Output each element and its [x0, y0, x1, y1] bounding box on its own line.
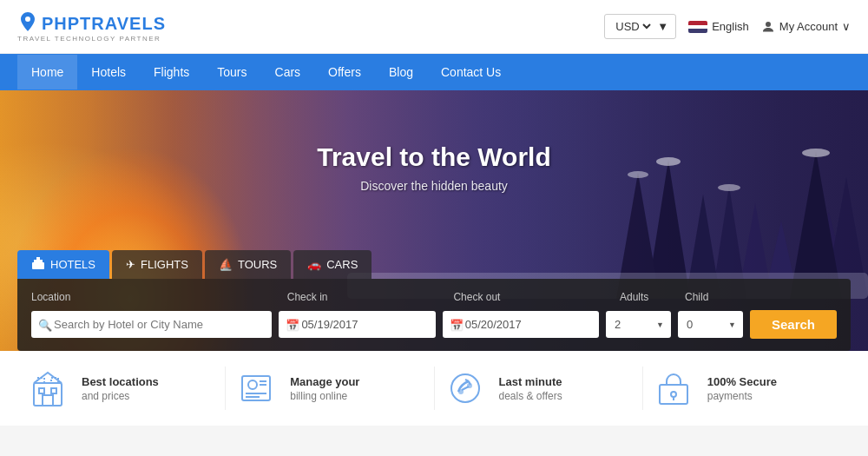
my-account-label: My Account — [779, 20, 838, 33]
hero-title: Travel to the World — [317, 142, 551, 172]
location-input-wrapper: 🔍 — [31, 311, 272, 338]
nav-item-blog[interactable]: Blog — [375, 55, 427, 89]
adults-selector[interactable]: 1 2 3 4 — [606, 311, 671, 338]
feature-locations-icon — [26, 367, 69, 410]
feature-secure: 100% Secure payments — [643, 367, 851, 410]
hotel-tab-icon — [31, 257, 45, 272]
feature-billing-subtitle: billing online — [290, 390, 359, 402]
location-label: Location — [31, 291, 287, 303]
hero-text-area: Travel to the World Discover the hidden … — [317, 142, 551, 193]
tab-tours[interactable]: ⛵ TOURS — [205, 250, 291, 279]
checkin-input[interactable] — [279, 311, 435, 338]
tab-hotels[interactable]: HOTELS — [17, 250, 109, 279]
tab-flights[interactable]: ✈ FLIGHTS — [112, 250, 202, 279]
feature-locations-title: Best locations — [82, 375, 159, 388]
hero-subtitle: Discover the hidden beauty — [317, 179, 551, 193]
flag-icon — [688, 21, 707, 33]
nav-item-home[interactable]: Home — [17, 55, 77, 89]
feature-billing: Manage your billing online — [226, 367, 434, 410]
my-account-arrow: ∨ — [842, 20, 851, 33]
search-form: Location Check in Check out Adults Child… — [17, 279, 851, 351]
svg-rect-34 — [660, 385, 687, 404]
feature-secure-title: 100% Secure — [707, 375, 777, 388]
feature-locations-subtitle: and prices — [82, 390, 159, 402]
svg-rect-15 — [32, 262, 44, 269]
child-select[interactable]: 0 1 2 3 — [678, 311, 743, 338]
svg-point-25 — [248, 380, 257, 389]
my-account-menu[interactable]: My Account ∨ — [761, 20, 851, 34]
nav-item-flights[interactable]: Flights — [140, 55, 203, 89]
location-search-icon: 🔍 — [38, 318, 52, 331]
tours-tab-icon: ⛵ — [219, 258, 233, 271]
logo-text: PHPTRAVELS — [42, 14, 166, 34]
currency-selector[interactable]: USD EUR GBP ▼ — [604, 14, 676, 39]
feature-deals-title: Last minute — [499, 375, 562, 388]
svg-point-10 — [656, 157, 681, 166]
tab-cars[interactable]: 🚗 CARS — [293, 250, 372, 279]
child-label: Child — [685, 291, 750, 303]
svg-point-11 — [628, 171, 648, 178]
adults-label: Adults — [620, 291, 685, 303]
feature-billing-title: Manage your — [290, 375, 359, 388]
svg-point-32 — [459, 390, 463, 393]
search-tabs: HOTELS ✈ FLIGHTS ⛵ TOURS 🚗 CARS — [17, 250, 851, 279]
nav-item-tours[interactable]: Tours — [203, 55, 260, 89]
svg-point-13 — [718, 184, 740, 191]
language-label: English — [712, 20, 749, 33]
search-button[interactable]: Search — [750, 310, 837, 339]
navbar: Home Hotels Flights Tours Cars Offers Bl… — [0, 54, 868, 90]
child-selector[interactable]: 0 1 2 3 — [678, 311, 743, 338]
feature-deals: Last minute deals & offers — [435, 367, 643, 410]
user-icon — [761, 20, 775, 34]
feature-deals-icon — [444, 367, 487, 410]
svg-point-33 — [468, 384, 471, 387]
tab-hotels-label: HOTELS — [50, 258, 95, 271]
currency-select-input[interactable]: USD EUR GBP — [612, 19, 654, 34]
features-bar: Best locations and prices Manage your bi… — [0, 351, 868, 426]
svg-rect-20 — [51, 388, 56, 393]
nav-item-offers[interactable]: Offers — [314, 55, 375, 89]
tab-tours-label: TOURS — [238, 258, 277, 271]
feature-secure-icon — [652, 367, 695, 410]
svg-point-35 — [671, 392, 676, 397]
search-input-row: 🔍 📅 📅 1 2 3 4 — [31, 310, 837, 339]
nav-item-cars[interactable]: Cars — [261, 55, 315, 89]
svg-rect-21 — [43, 395, 53, 406]
feature-locations: Best locations and prices — [17, 367, 226, 410]
tab-flights-label: FLIGHTS — [141, 258, 188, 271]
search-panel: HOTELS ✈ FLIGHTS ⛵ TOURS 🚗 CARS Location… — [17, 250, 851, 351]
logo-subtitle: TRAVEL TECHNOLOGY PARTNER — [17, 35, 166, 43]
nav-item-contact[interactable]: Contact Us — [427, 55, 515, 89]
checkout-input-wrapper: 📅 — [443, 311, 599, 338]
feature-billing-text: Manage your billing online — [290, 375, 359, 402]
header: PHPTRAVELS TRAVEL TECHNOLOGY PARTNER USD… — [0, 0, 868, 54]
checkout-input[interactable] — [443, 311, 599, 338]
cars-tab-icon: 🚗 — [307, 258, 321, 271]
flight-tab-icon: ✈ — [126, 258, 135, 271]
hero-section: Travel to the World Discover the hidden … — [0, 90, 868, 351]
logo: PHPTRAVELS TRAVEL TECHNOLOGY PARTNER — [17, 10, 166, 43]
svg-rect-19 — [39, 388, 44, 393]
svg-rect-16 — [34, 260, 43, 263]
checkout-calendar-icon: 📅 — [450, 318, 464, 331]
header-right: USD EUR GBP ▼ English My Account ∨ — [604, 14, 851, 39]
checkin-calendar-icon: 📅 — [286, 318, 299, 331]
checkin-label: Check in — [287, 291, 454, 303]
currency-arrow-icon: ▼ — [657, 20, 668, 33]
logo-icon — [17, 10, 38, 36]
tab-cars-label: CARS — [326, 258, 358, 271]
svg-point-12 — [802, 149, 830, 157]
language-selector[interactable]: English — [688, 20, 749, 33]
feature-deals-subtitle: deals & offers — [499, 390, 562, 402]
feature-secure-subtitle: payments — [707, 390, 777, 402]
adults-select[interactable]: 1 2 3 4 — [606, 311, 671, 338]
svg-rect-17 — [36, 257, 40, 260]
feature-deals-text: Last minute deals & offers — [499, 375, 562, 402]
nav-item-hotels[interactable]: Hotels — [77, 55, 140, 89]
feature-secure-text: 100% Secure payments — [707, 375, 777, 402]
checkout-label: Check out — [453, 291, 620, 303]
location-input[interactable] — [31, 311, 272, 338]
nav-list: Home Hotels Flights Tours Cars Offers Bl… — [17, 55, 515, 89]
search-field-labels: Location Check in Check out Adults Child — [31, 291, 837, 303]
feature-billing-icon — [234, 367, 278, 410]
